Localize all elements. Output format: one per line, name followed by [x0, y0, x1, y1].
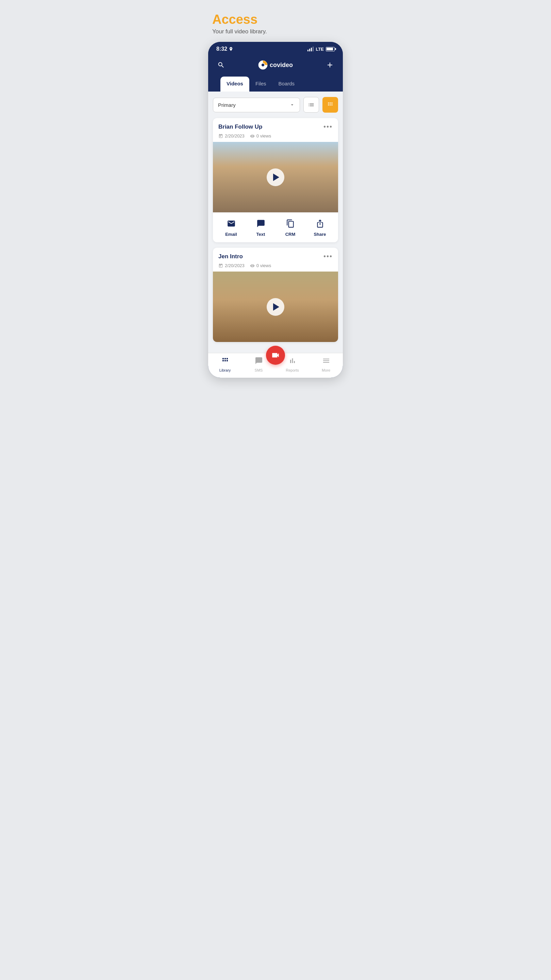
email-label-1: Email	[225, 232, 237, 237]
signal-bars	[308, 47, 314, 51]
page-title: Access	[212, 12, 339, 27]
video-thumbnail-1[interactable]	[213, 142, 338, 212]
more-icon	[322, 356, 330, 367]
more-label: More	[322, 368, 330, 372]
filter-bar: Primary	[213, 97, 338, 113]
phone-shell: 8:32 LTE	[208, 42, 343, 378]
plus-icon	[326, 61, 334, 69]
status-right: LTE	[308, 47, 335, 52]
sms-label: SMS	[255, 368, 263, 372]
eye-icon-1	[250, 134, 255, 138]
reports-icon	[288, 356, 297, 367]
content-area: Primary B	[208, 92, 343, 353]
date-meta-1: 2/20/2023	[218, 134, 245, 138]
tabs: Videos Files Boards	[215, 76, 336, 92]
card-header-1: Brian Follow Up •••	[213, 118, 338, 134]
covideo-logo: covideo	[258, 60, 293, 70]
share-icon-1	[314, 218, 326, 230]
folder-select[interactable]: Primary	[213, 98, 300, 112]
record-fab[interactable]	[266, 346, 285, 365]
folder-label: Primary	[218, 102, 236, 108]
crm-icon-1	[284, 218, 297, 230]
play-triangle-1	[273, 173, 279, 181]
card-meta-1: 2/20/2023 0 views	[213, 134, 338, 142]
add-button[interactable]	[324, 59, 336, 71]
video-card-2: Jen Intro ••• 2/20/2023 0 views	[213, 248, 338, 342]
status-time: 8:32	[216, 46, 233, 52]
video-thumbnail-2[interactable]	[213, 272, 338, 342]
calendar-icon-1	[218, 134, 223, 138]
grid-view-icon	[327, 102, 333, 108]
calendar-icon-2	[218, 263, 223, 268]
views-meta-2: 0 views	[250, 263, 271, 268]
chevron-down-icon	[289, 102, 295, 108]
status-bar: 8:32 LTE	[208, 42, 343, 55]
app-header: covideo Videos Files Boards	[208, 55, 343, 92]
library-label: Library	[219, 368, 231, 372]
card-header-2: Jen Intro •••	[213, 248, 338, 263]
email-icon-1	[225, 218, 237, 230]
library-icon	[221, 356, 229, 367]
crm-button-1[interactable]: CRM	[275, 218, 305, 237]
grid-view-button[interactable]	[322, 97, 338, 113]
reports-label: Reports	[286, 368, 299, 372]
page-subtitle: Your full video library.	[212, 28, 339, 35]
bottom-nav: Library SMS	[208, 353, 343, 378]
lte-label: LTE	[316, 47, 324, 52]
play-button-2[interactable]	[267, 298, 284, 316]
more-button-1[interactable]: •••	[324, 123, 333, 130]
share-label-1: Share	[314, 232, 326, 237]
views-meta-1: 0 views	[250, 134, 271, 138]
card-meta-2: 2/20/2023 0 views	[213, 263, 338, 272]
sms-icon	[255, 356, 263, 367]
nav-library[interactable]: Library	[208, 356, 242, 372]
eye-icon-2	[250, 263, 255, 268]
email-button-1[interactable]: Email	[216, 218, 246, 237]
svg-point-2	[262, 64, 264, 66]
battery-fill	[327, 48, 333, 50]
action-row-1: Email Text	[213, 212, 338, 242]
battery-icon	[326, 47, 335, 51]
share-button-1[interactable]: Share	[305, 218, 335, 237]
text-label-1: Text	[256, 232, 265, 237]
play-button-1[interactable]	[267, 169, 284, 186]
play-triangle-2	[273, 303, 279, 311]
page-header: Access Your full video library.	[204, 0, 347, 42]
date-meta-2: 2/20/2023	[218, 263, 245, 268]
crm-label-1: CRM	[285, 232, 295, 237]
text-icon-1	[255, 218, 267, 230]
more-button-2[interactable]: •••	[324, 253, 333, 260]
tab-boards[interactable]: Boards	[272, 76, 301, 92]
covideo-logo-icon	[258, 60, 268, 70]
page-wrapper: Access Your full video library. 8:32 LTE	[204, 0, 347, 980]
nav-more[interactable]: More	[309, 356, 343, 372]
text-button-1[interactable]: Text	[246, 218, 275, 237]
video-title-1: Brian Follow Up	[218, 124, 262, 130]
list-view-icon	[308, 102, 314, 108]
location-icon	[229, 47, 233, 51]
list-view-button[interactable]	[303, 97, 319, 113]
search-icon	[218, 61, 225, 69]
tab-files[interactable]: Files	[249, 76, 272, 92]
video-title-2: Jen Intro	[218, 253, 243, 260]
search-button[interactable]	[215, 59, 227, 71]
app-nav: covideo	[215, 57, 336, 76]
video-card-1: Brian Follow Up ••• 2/20/2023 0 v	[213, 118, 338, 242]
logo-text: covideo	[270, 62, 293, 69]
camera-icon	[271, 351, 280, 360]
tab-videos[interactable]: Videos	[221, 76, 249, 92]
